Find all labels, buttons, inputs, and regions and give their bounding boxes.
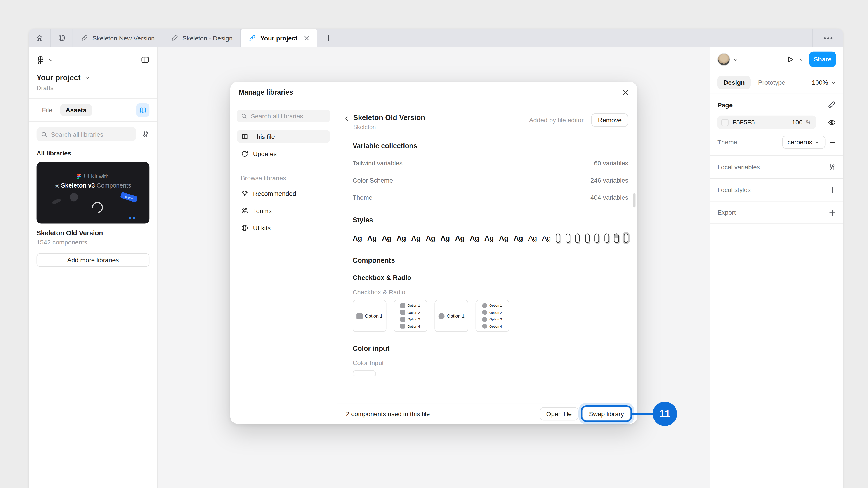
theme-label: Theme <box>717 139 737 145</box>
radio-component-card[interactable]: Option 1Option 2Option 3Option 4 <box>475 300 509 332</box>
text-style-preview[interactable]: Ag <box>528 234 537 242</box>
effect-style-swatch[interactable] <box>575 233 580 242</box>
remove-theme-icon[interactable] <box>829 138 836 146</box>
text-style-preview[interactable]: Ag <box>485 234 494 242</box>
fill-color-swatch[interactable] <box>721 119 728 126</box>
back-chevron-icon[interactable] <box>344 116 350 122</box>
tab-file[interactable]: File <box>37 104 58 116</box>
radio-component-card[interactable]: Option 1 <box>434 300 468 332</box>
tab-prototype[interactable]: Prototype <box>752 76 792 89</box>
effect-style-swatch[interactable] <box>595 233 599 242</box>
thumb-toggle-preview <box>52 198 61 205</box>
text-style-preview[interactable]: Ag <box>440 234 450 242</box>
thumb-badge-line1: UI Kit with <box>84 173 109 180</box>
option-label: Option 2 <box>407 311 420 314</box>
close-tab-icon[interactable] <box>304 35 309 41</box>
page-fill-control[interactable]: F5F5F5 100 % <box>717 116 816 129</box>
effect-style-swatch[interactable] <box>624 233 628 242</box>
nav-label: Recommended <box>253 190 296 197</box>
effect-style-swatch[interactable] <box>614 233 619 242</box>
text-style-preview[interactable]: Ag <box>499 234 508 242</box>
checkbox-component-card[interactable]: Option 1 <box>352 300 386 332</box>
text-style-preview[interactable]: Ag <box>382 234 391 242</box>
variable-collection-row[interactable]: Tailwind variables 60 variables <box>352 154 628 171</box>
tab-skeleton-new-version[interactable]: Skeleton New Version <box>73 29 163 47</box>
text-style-preview[interactable]: Ag <box>426 234 435 242</box>
export-section[interactable]: Export <box>710 201 843 223</box>
checkbox-component-card[interactable]: Option 1Option 2Option 3Option 4 <box>394 300 427 332</box>
option-label: Option 1 <box>407 304 420 307</box>
swap-library-button[interactable]: Swap library <box>582 407 631 420</box>
nav-updates[interactable]: Updates <box>237 147 330 160</box>
tab-assets[interactable]: Assets <box>60 104 92 116</box>
sidebar-search-field[interactable] <box>37 127 136 141</box>
text-style-preview[interactable]: Ag <box>542 234 551 242</box>
effect-style-swatch[interactable] <box>585 233 590 242</box>
libraries-button[interactable] <box>136 103 149 117</box>
chevron-down-icon[interactable] <box>85 75 90 80</box>
effect-style-swatch[interactable] <box>604 233 609 242</box>
modal-scrollbar[interactable] <box>633 193 636 207</box>
chevron-down-icon[interactable] <box>733 57 738 62</box>
chevron-down-icon <box>815 140 819 144</box>
user-avatar[interactable] <box>717 53 730 66</box>
tab-your-project[interactable]: Your project <box>241 29 317 47</box>
theme-dropdown[interactable]: cerberus <box>782 135 825 149</box>
project-subtitle: Drafts <box>37 85 150 98</box>
effect-style-swatch[interactable] <box>565 233 570 242</box>
text-style-preview[interactable]: Ag <box>367 234 377 242</box>
fill-hex-value[interactable]: F5F5F5 <box>733 119 755 126</box>
open-file-button[interactable]: Open file <box>539 407 579 420</box>
text-style-preview[interactable]: Ag <box>411 234 421 242</box>
visibility-eye-icon[interactable] <box>828 118 836 127</box>
modal-search-field[interactable] <box>237 109 330 122</box>
nav-recommended[interactable]: Recommended <box>237 187 330 200</box>
effect-style-swatch[interactable] <box>556 233 560 242</box>
tab-design[interactable]: Design <box>717 76 751 89</box>
fill-opacity-value[interactable]: 100 <box>792 119 802 126</box>
chevron-down-icon[interactable] <box>48 57 53 62</box>
more-options-button[interactable] <box>812 29 843 47</box>
local-variables-section[interactable]: Local variables <box>710 156 843 178</box>
text-style-preview[interactable]: Ag <box>514 234 523 242</box>
library-card-thumbnail[interactable]: UI Kit with ☠Skeleton v3 Components Butt… <box>37 162 150 224</box>
thumb-button-preview: Button <box>120 192 138 202</box>
modal-search-input[interactable] <box>251 112 326 119</box>
styles-book-icon[interactable] <box>828 101 836 109</box>
search-input[interactable] <box>51 131 132 137</box>
local-styles-section[interactable]: Local styles <box>710 179 843 201</box>
text-style-preview[interactable]: Ag <box>397 234 406 242</box>
present-play-icon[interactable] <box>786 55 795 64</box>
nav-teams[interactable]: Teams <box>237 204 330 217</box>
zoom-control[interactable]: 100% <box>812 79 836 86</box>
toggle-sidebar-icon[interactable] <box>141 55 149 64</box>
globe-icon <box>241 224 248 232</box>
new-tab-button[interactable] <box>317 29 340 47</box>
lightbulb-icon <box>241 190 248 197</box>
community-button[interactable] <box>51 29 73 47</box>
plus-icon[interactable] <box>829 209 836 216</box>
modal-detail-pane: Skeleton Old Version Skeleton Added by f… <box>337 103 637 424</box>
nav-this-file[interactable]: This file <box>237 130 330 143</box>
filter-sliders-icon[interactable] <box>142 130 149 138</box>
nav-ui-kits[interactable]: UI kits <box>237 221 330 234</box>
variables-sliders-icon[interactable] <box>828 163 836 171</box>
checkbox-marker-icon <box>400 303 405 308</box>
add-more-libraries-button[interactable]: Add more libraries <box>37 254 150 267</box>
remove-button[interactable]: Remove <box>591 113 628 127</box>
home-button[interactable] <box>29 29 51 47</box>
chevron-down-icon[interactable] <box>799 57 804 62</box>
text-style-preview[interactable]: Ag <box>470 234 479 242</box>
variable-collection-row[interactable]: Theme 404 variables <box>352 189 628 206</box>
tab-skeleton-design[interactable]: Skeleton - Design <box>163 29 241 47</box>
plus-icon[interactable] <box>829 186 836 193</box>
share-button[interactable]: Share <box>809 52 836 67</box>
modal-title: Manage libraries <box>239 89 293 96</box>
text-style-preview[interactable]: Ag <box>455 234 464 242</box>
figma-logo-menu[interactable] <box>37 56 45 64</box>
variable-collection-row[interactable]: Color Scheme 246 variables <box>352 171 628 189</box>
option-row: Option 1 <box>400 303 427 308</box>
text-style-preview[interactable]: Ag <box>352 234 362 242</box>
close-icon[interactable] <box>622 89 629 96</box>
thumb-dots-decoration <box>129 217 135 219</box>
